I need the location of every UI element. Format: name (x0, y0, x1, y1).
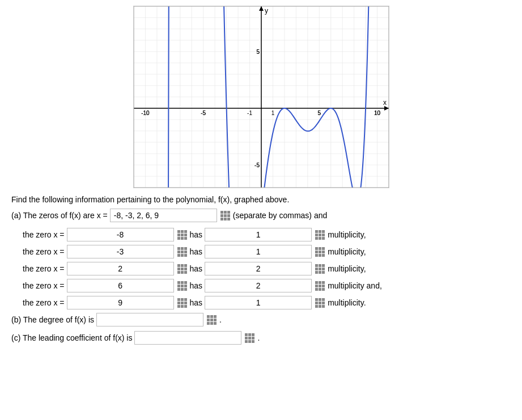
zero-row-3: the zero x = has (23, 279, 511, 292)
svg-rect-91 (319, 298, 321, 301)
svg-rect-78 (315, 288, 318, 291)
degree-input[interactable] (96, 313, 203, 326)
svg-rect-13 (181, 234, 184, 236)
svg-rect-26 (322, 237, 325, 240)
svg-rect-73 (319, 281, 321, 284)
zero-label-2: the zero x = (23, 264, 65, 273)
mult-grid-icon-4[interactable] (314, 297, 325, 308)
svg-rect-1 (224, 211, 227, 214)
svg-rect-112 (248, 337, 251, 340)
svg-rect-30 (177, 251, 180, 253)
zero-value-input-1[interactable] (67, 245, 174, 258)
zero-row-0: the zero x = has (23, 228, 511, 241)
mult-grid-icon-3[interactable] (314, 280, 325, 291)
has-label-0: has (190, 230, 203, 239)
degree-grid-icon[interactable] (206, 314, 217, 325)
zero-label-3: the zero x = (23, 281, 65, 290)
svg-rect-95 (322, 302, 325, 304)
svg-rect-105 (207, 322, 210, 325)
svg-rect-11 (184, 230, 187, 233)
svg-rect-6 (220, 218, 223, 220)
svg-rect-109 (248, 333, 251, 336)
svg-rect-67 (181, 285, 184, 287)
svg-rect-104 (214, 319, 217, 321)
mult-value-input-0[interactable] (205, 228, 312, 241)
svg-rect-75 (315, 285, 318, 287)
svg-rect-27 (177, 247, 180, 250)
zero-row-2: the zero x = has (23, 262, 511, 275)
svg-rect-94 (319, 302, 321, 304)
mult-label-2: multiplicity, (328, 264, 366, 273)
mult-grid-icon-1[interactable] (314, 246, 325, 257)
svg-rect-55 (319, 264, 321, 267)
svg-rect-114 (245, 340, 248, 343)
svg-rect-35 (184, 254, 187, 257)
mult-value-input-4[interactable] (205, 296, 312, 309)
svg-rect-45 (177, 264, 180, 267)
svg-rect-80 (322, 288, 325, 291)
zero-grid-icon-4[interactable] (176, 297, 188, 308)
zero-value-input-4[interactable] (67, 296, 174, 309)
svg-rect-22 (319, 234, 321, 236)
svg-rect-3 (220, 214, 223, 217)
svg-rect-77 (322, 285, 325, 287)
svg-rect-46 (181, 264, 184, 267)
mult-grid-icon-0[interactable] (314, 229, 325, 240)
zeros-grid-icon[interactable] (219, 210, 231, 221)
svg-rect-86 (184, 302, 187, 304)
svg-rect-107 (214, 322, 217, 325)
svg-rect-102 (207, 319, 210, 321)
coeff-grid-icon[interactable] (244, 332, 255, 343)
svg-rect-106 (210, 322, 213, 325)
zero-value-input-0[interactable] (67, 228, 174, 241)
zero-value-input-3[interactable] (67, 279, 174, 292)
has-label-3: has (190, 281, 203, 290)
zero-grid-icon-2[interactable] (176, 263, 188, 274)
svg-rect-16 (181, 237, 184, 240)
svg-rect-96 (315, 305, 318, 308)
zero-value-input-2[interactable] (67, 262, 174, 275)
svg-rect-98 (322, 305, 325, 308)
zero-row-1: the zero x = has (23, 245, 511, 258)
svg-rect-58 (319, 268, 321, 270)
svg-rect-66 (177, 285, 180, 287)
part-a-label: (a) The zeros of f(x) are x = (11, 211, 108, 220)
svg-rect-48 (177, 268, 180, 270)
svg-rect-81 (177, 298, 180, 301)
svg-rect-23 (322, 234, 325, 236)
svg-rect-50 (184, 268, 187, 270)
mult-value-input-3[interactable] (205, 279, 312, 292)
zeros-input[interactable] (110, 209, 217, 222)
svg-rect-53 (184, 271, 187, 274)
problem-section: Find the following information pertainin… (6, 195, 516, 345)
svg-rect-100 (210, 315, 213, 318)
svg-rect-60 (315, 271, 318, 274)
svg-rect-101 (214, 315, 217, 318)
mult-value-input-1[interactable] (205, 245, 312, 258)
svg-rect-63 (177, 281, 180, 284)
svg-rect-84 (177, 302, 180, 304)
zero-grid-icon-0[interactable] (176, 229, 188, 240)
svg-rect-8 (227, 218, 230, 220)
zero-grid-icon-3[interactable] (176, 280, 188, 291)
mult-value-input-2[interactable] (205, 262, 312, 275)
svg-rect-32 (184, 251, 187, 253)
svg-rect-10 (181, 230, 184, 233)
svg-rect-38 (322, 247, 325, 250)
svg-rect-92 (322, 298, 325, 301)
svg-rect-68 (184, 285, 187, 287)
svg-rect-59 (322, 268, 325, 270)
svg-rect-87 (177, 305, 180, 308)
svg-rect-85 (181, 302, 184, 304)
zero-grid-icon-1[interactable] (176, 246, 188, 257)
svg-rect-56 (322, 264, 325, 267)
part-c-row: (c) The leading coefficient of f(x) is . (11, 331, 511, 345)
mult-grid-icon-2[interactable] (314, 263, 325, 274)
svg-rect-103 (210, 319, 213, 321)
leading-coeff-input[interactable] (134, 331, 241, 345)
svg-rect-51 (177, 271, 180, 274)
svg-rect-17 (184, 237, 187, 240)
svg-rect-28 (181, 247, 184, 250)
zero-label-1: the zero x = (23, 247, 65, 256)
svg-rect-52 (181, 271, 184, 274)
